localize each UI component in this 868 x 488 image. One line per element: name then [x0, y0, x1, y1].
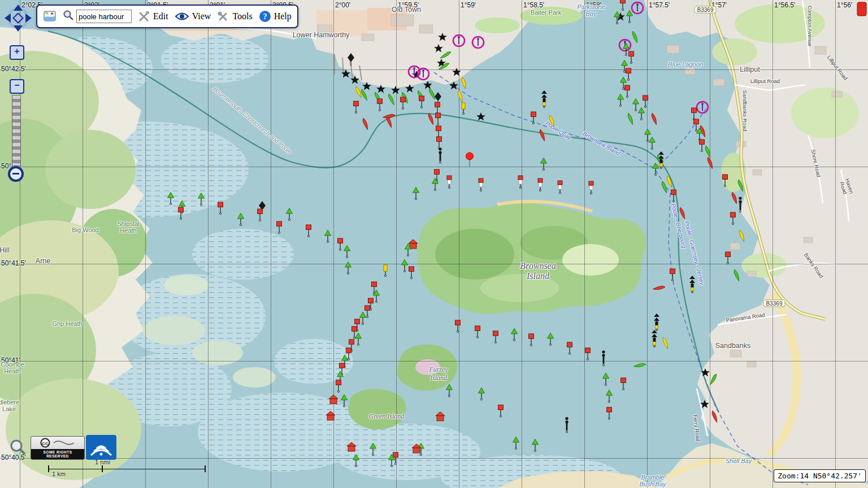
- seamark-rcan[interactable]: [452, 318, 463, 333]
- seamark-gcone[interactable]: [611, 10, 623, 24]
- seamark-sel[interactable]: [464, 151, 475, 168]
- seamark-card[interactable]: [687, 275, 698, 293]
- seamark-card[interactable]: [649, 329, 660, 347]
- seamark-rcan[interactable]: [350, 99, 362, 114]
- seamark-rcan[interactable]: [406, 264, 417, 279]
- seamark-gcone[interactable]: [624, 8, 635, 23]
- seamark-diam[interactable]: [345, 53, 357, 67]
- seamark-rcan[interactable]: [604, 405, 615, 420]
- seamark-rcan[interactable]: [582, 346, 593, 360]
- seamark-gcone[interactable]: [650, 161, 661, 176]
- zoom-in-button[interactable]: +: [10, 45, 24, 60]
- seamark-wb_r[interactable]: [585, 180, 597, 194]
- search-input[interactable]: [76, 10, 132, 23]
- seamark-gcone[interactable]: [615, 92, 626, 107]
- seamark-gcone[interactable]: [530, 437, 541, 452]
- menu-view[interactable]: View: [175, 11, 211, 21]
- seamark-gcone[interactable]: [196, 191, 207, 206]
- seamark-gcone[interactable]: [350, 452, 362, 467]
- seamark-rcan[interactable]: [175, 205, 186, 220]
- seamark-star[interactable]: [475, 111, 487, 123]
- seamark-hut[interactable]: [434, 410, 446, 422]
- seamark-hut[interactable]: [327, 393, 340, 406]
- seamark-ypole[interactable]: [380, 262, 391, 277]
- seamark-poi[interactable]: [857, 2, 867, 16]
- seamark-rcan[interactable]: [397, 95, 409, 110]
- seamark-rcan[interactable]: [254, 207, 266, 221]
- seamark-rcan[interactable]: [274, 219, 285, 234]
- seamark-rcan[interactable]: [727, 210, 739, 225]
- overview-map-button[interactable]: [9, 438, 26, 457]
- seamark-gcone[interactable]: [604, 388, 615, 403]
- seamark-gcone[interactable]: [338, 393, 350, 407]
- seamark-rcan[interactable]: [564, 340, 575, 355]
- seamark-rcan[interactable]: [215, 200, 226, 215]
- seamark-wb_r[interactable]: [554, 179, 566, 194]
- seamark-gcone[interactable]: [600, 371, 611, 386]
- seamark-rcan[interactable]: [374, 97, 385, 111]
- chart-button[interactable]: [43, 10, 57, 23]
- seamark-gcone[interactable]: [510, 435, 522, 450]
- seamark-gcone[interactable]: [444, 382, 455, 397]
- seamark-rcan[interactable]: [303, 223, 314, 237]
- seamark-gcone[interactable]: [386, 452, 397, 467]
- seamark-gcone[interactable]: [235, 211, 246, 226]
- menu-tools[interactable]: Tools: [217, 10, 252, 23]
- seamark-wb_r[interactable]: [475, 177, 487, 191]
- seamark-rcan[interactable]: [490, 329, 501, 343]
- zoom-slider-handle[interactable]: [8, 166, 24, 182]
- seamark-wb_r[interactable]: [535, 177, 546, 191]
- seamark-wb_r[interactable]: [444, 174, 455, 189]
- seamark-blk[interactable]: [435, 147, 446, 164]
- seamark-rcan[interactable]: [668, 188, 679, 202]
- seamark-hut[interactable]: [324, 409, 337, 422]
- seamark-ypole[interactable]: [458, 100, 469, 115]
- pan-rosette[interactable]: [3, 3, 33, 35]
- seamark-hut[interactable]: [410, 442, 423, 455]
- seamark-star[interactable]: [349, 75, 361, 86]
- menu-help[interactable]: ? Help: [259, 10, 292, 23]
- seamark-gcone[interactable]: [402, 242, 414, 256]
- seamark-gcone[interactable]: [429, 176, 441, 191]
- seamark-card[interactable]: [651, 313, 662, 331]
- seamark-blk[interactable]: [561, 416, 572, 433]
- seamark-star[interactable]: [699, 399, 710, 410]
- seamark-rcan[interactable]: [618, 376, 629, 390]
- seamark-rcan[interactable]: [667, 267, 678, 281]
- seamark-rcan[interactable]: [640, 93, 651, 108]
- seamark-rcan[interactable]: [528, 110, 539, 124]
- menu-edit[interactable]: Edit: [138, 10, 168, 23]
- seamark-rcan[interactable]: [526, 332, 537, 346]
- seamark-rcan[interactable]: [719, 172, 731, 187]
- seamark-gcone[interactable]: [341, 243, 353, 258]
- seamark-rcan[interactable]: [696, 137, 708, 152]
- zoom-slider-track[interactable]: [12, 95, 21, 166]
- seamark-wb_r[interactable]: [515, 174, 526, 189]
- grid-line-lat: [0, 69, 868, 70]
- seamark-gcone[interactable]: [367, 441, 379, 456]
- seamark-gcone[interactable]: [509, 326, 520, 341]
- seamark-maj[interactable]: [416, 67, 431, 81]
- seamark-gcone[interactable]: [476, 386, 487, 400]
- seamark-hut[interactable]: [345, 441, 358, 453]
- seamark-rcan[interactable]: [495, 403, 506, 417]
- seamark-gcone[interactable]: [165, 190, 176, 205]
- seamark-gcone[interactable]: [646, 135, 658, 150]
- seamark-star[interactable]: [437, 32, 448, 43]
- seamark-card[interactable]: [539, 90, 550, 108]
- seamark-gcone[interactable]: [284, 206, 295, 221]
- seamark-blk[interactable]: [598, 350, 609, 367]
- seamark-gcone[interactable]: [410, 185, 422, 200]
- seamark-rcan[interactable]: [416, 94, 427, 108]
- seamark-maj[interactable]: [471, 35, 485, 50]
- seamark-gcone[interactable]: [538, 156, 549, 171]
- seamark-maj[interactable]: [452, 33, 466, 48]
- seamark-rcan[interactable]: [722, 250, 734, 264]
- seamark-gcone[interactable]: [322, 228, 333, 243]
- seamark-gcone[interactable]: [342, 260, 354, 274]
- seamark-gcone[interactable]: [545, 331, 556, 346]
- seamark-rcan[interactable]: [472, 324, 483, 338]
- zoom-out-button[interactable]: −: [10, 79, 24, 94]
- seamark-fl_g[interactable]: [709, 373, 718, 386]
- seamark-rcan[interactable]: [333, 378, 344, 393]
